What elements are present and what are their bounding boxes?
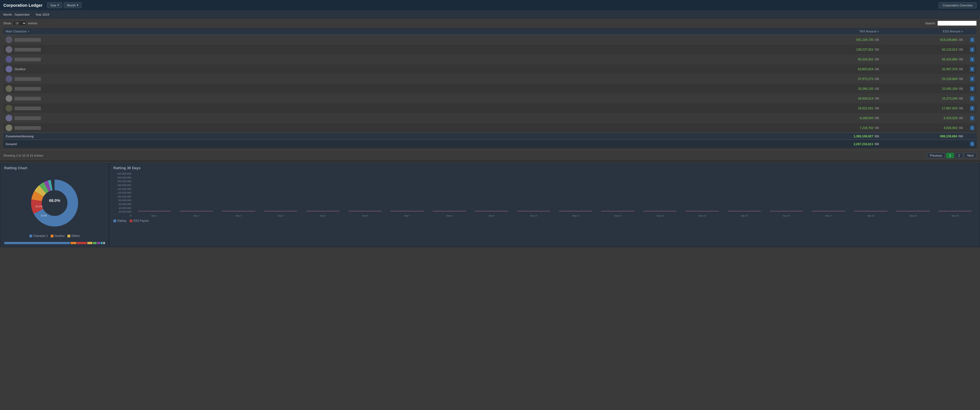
bar-group-14 bbox=[724, 172, 765, 211]
table-row: ████████████ 8,168,543 ISK 5,423,528 ISK… bbox=[3, 113, 977, 123]
avatar-0 bbox=[6, 36, 12, 43]
avatar-7 bbox=[6, 105, 12, 112]
page-2-button[interactable]: 2 bbox=[955, 153, 963, 158]
next-page-button[interactable]: Next bbox=[964, 153, 977, 158]
row-info-button-2[interactable]: ℹ bbox=[970, 57, 974, 62]
table-row: ████████████ 931,104,735 ISK 619,239,866… bbox=[3, 35, 977, 45]
avatar-1 bbox=[6, 46, 12, 53]
char-name-3: Geuthur bbox=[14, 67, 26, 71]
y-axis: 220,000,000 200,000,000 180,000,000 160,… bbox=[113, 172, 132, 217]
row-info-button-4[interactable]: ℹ bbox=[970, 77, 974, 81]
month-dropdown-btn[interactable]: Month ▾ bbox=[64, 2, 81, 8]
table-controls: Show 10 25 50 100 entries Search: bbox=[3, 21, 977, 26]
action-cell-1: ℹ bbox=[966, 45, 977, 55]
bar-group-4 bbox=[302, 172, 344, 211]
legend-dot-yellow bbox=[67, 235, 70, 237]
row-info-button-7[interactable]: ℹ bbox=[970, 106, 974, 111]
char-cell-0: ████████████ bbox=[3, 35, 797, 45]
char-name-4: ████████████ bbox=[14, 77, 41, 81]
action-cell-4: ℹ bbox=[966, 74, 977, 84]
col-header-ess[interactable]: ESS Amount bbox=[881, 28, 966, 35]
char-cell-2: ████████████ bbox=[3, 55, 797, 64]
year-filter-label: Year 2024 bbox=[35, 13, 49, 16]
ess-cell-4: 25,229,609 ISK bbox=[881, 74, 966, 84]
year-dropdown-btn[interactable]: Year ▾ bbox=[47, 2, 62, 8]
legend-sq-red bbox=[130, 220, 132, 222]
char-name-0: ████████████ bbox=[14, 38, 41, 41]
tax-cell-7: 26,821,631 ISK bbox=[797, 103, 881, 113]
legend-bar-gray bbox=[103, 242, 105, 244]
donut-chart: 68.0% 6.1% 10.1% bbox=[4, 172, 105, 233]
ratting-30-title: Ratting 30 Days bbox=[113, 166, 976, 170]
bar-xlabel-9: Sep 10 bbox=[513, 215, 555, 217]
legend-sq-blue bbox=[113, 220, 116, 222]
char-cell-8: ████████████ bbox=[3, 113, 797, 123]
bar-xlabel-5: Sep 6 bbox=[344, 215, 386, 217]
search-input[interactable] bbox=[937, 21, 977, 26]
legend-ess: ESS Payout bbox=[130, 219, 149, 222]
char-name-6: ████████████ bbox=[14, 97, 41, 100]
col-header-tax[interactable]: TAX Amount bbox=[797, 28, 881, 35]
entries-per-page-select[interactable]: 10 25 50 100 bbox=[13, 21, 27, 26]
search-area: Search: bbox=[925, 21, 977, 26]
table-row: ████████████ 26,821,631 ISK 17,867,633 I… bbox=[3, 103, 977, 113]
row-info-button-1[interactable]: ℹ bbox=[970, 47, 974, 52]
tax-cell-4: 37,872,273 ISK bbox=[797, 74, 881, 84]
page-1-button[interactable]: 1 bbox=[946, 153, 954, 158]
legend-bar-red bbox=[77, 242, 87, 244]
tax-cell-2: 83,316,931 ISK bbox=[797, 55, 881, 64]
total-label: Gesamt bbox=[3, 140, 797, 148]
bar-chart-wrapper: 220,000,000 200,000,000 180,000,000 160,… bbox=[113, 172, 976, 217]
bar-group-6 bbox=[386, 172, 428, 211]
row-info-button-0[interactable]: ℹ bbox=[970, 38, 974, 42]
row-info-button-3[interactable]: ℹ bbox=[970, 67, 974, 71]
ess-cell-8: 5,423,528 ISK bbox=[881, 113, 966, 123]
char-cell-4: ████████████ bbox=[3, 74, 797, 84]
row-info-button-6[interactable]: ℹ bbox=[970, 96, 974, 101]
corp-overview-button[interactable]: Corporation Overview bbox=[939, 2, 977, 8]
legend-bar-purple bbox=[97, 242, 100, 244]
table-row: ████████████ 138,237,922 ISK 92,110,012 … bbox=[3, 45, 977, 55]
ess-cell-0: 619,239,866 ISK bbox=[881, 35, 966, 45]
bar-group-9 bbox=[513, 172, 555, 211]
legend-ratting-label: Ratting bbox=[117, 219, 126, 222]
avatar-3 bbox=[6, 66, 12, 73]
action-cell-9: ℹ bbox=[966, 123, 977, 133]
legend-bar-blue bbox=[4, 242, 70, 244]
action-cell-0: ℹ bbox=[966, 35, 977, 45]
tax-cell-9: 7,218,702 ISK bbox=[797, 123, 881, 133]
char-name-1: ████████████ bbox=[14, 48, 41, 51]
bar-group-0 bbox=[134, 172, 175, 211]
ess-cell-3: 32,967,376 ISK bbox=[881, 64, 966, 74]
tax-cell-8: 8,168,543 ISK bbox=[797, 113, 881, 123]
bar-group-18 bbox=[892, 172, 934, 211]
bar-xlabel-17: Sep 18 bbox=[850, 215, 891, 217]
donut-legend: Character 1 Geuthur Others bbox=[4, 234, 105, 237]
total-info-button[interactable]: ℹ bbox=[970, 141, 974, 146]
bar-chart-xlabels: Sep 1Sep 2Sep 3Sep 4Sep 5Sep 6Sep 7Sep 8… bbox=[134, 215, 976, 217]
char-cell-7: ████████████ bbox=[3, 103, 797, 113]
row-info-button-9[interactable]: ℹ bbox=[970, 125, 974, 130]
page-controls: Previous 1 2 Next bbox=[927, 153, 977, 158]
ess-cell-1: 92,110,012 ISK bbox=[881, 45, 966, 55]
row-info-button-8[interactable]: ℹ bbox=[970, 116, 974, 120]
avatar-8 bbox=[6, 115, 12, 121]
bar-xlabel-0: Sep 1 bbox=[134, 215, 175, 217]
char-cell-9: ████████████ bbox=[3, 123, 797, 133]
table-row: ████████████ 26,926,514 ISK 15,373,246 I… bbox=[3, 94, 977, 103]
legend-bar-teal bbox=[101, 242, 103, 244]
char-name-7: ████████████ bbox=[14, 106, 41, 110]
bar-xlabel-8: Sep 9 bbox=[471, 215, 512, 217]
bar-group-2 bbox=[218, 172, 259, 211]
bar-group-16 bbox=[808, 172, 850, 211]
legend-bar bbox=[4, 242, 105, 244]
sub-navbar: Month - September Year 2024 bbox=[0, 11, 980, 19]
col-header-character[interactable]: Main Character bbox=[3, 28, 797, 35]
avatar-9 bbox=[6, 125, 12, 131]
char-name-9: ████████████ bbox=[14, 126, 41, 130]
prev-page-button[interactable]: Previous bbox=[927, 153, 945, 158]
legend-dot-blue bbox=[29, 235, 32, 237]
row-info-button-5[interactable]: ℹ bbox=[970, 86, 974, 91]
tax-cell-3: 63,803,824 ISK bbox=[797, 64, 881, 74]
char-name-8: ████████████ bbox=[14, 116, 41, 120]
